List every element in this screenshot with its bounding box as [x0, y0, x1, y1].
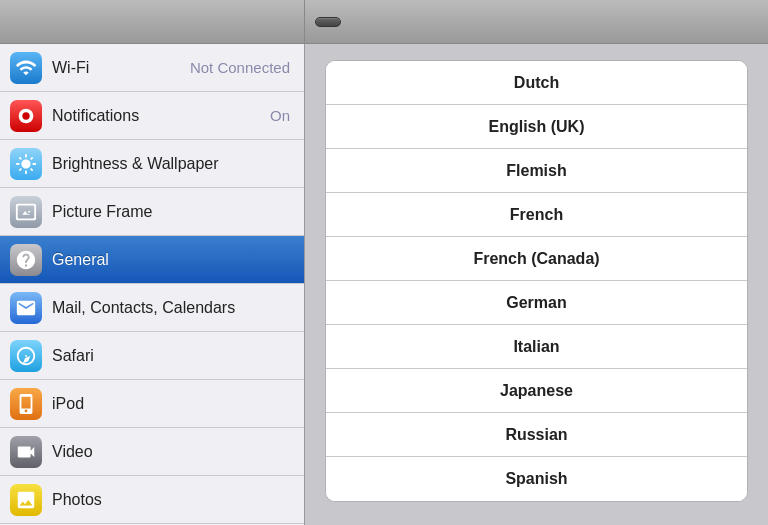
sidebar-label-notifications: Notifications	[52, 107, 270, 125]
keyboards-pill[interactable]	[315, 17, 341, 27]
sidebar-item-mail[interactable]: Mail, Contacts, Calendars	[0, 284, 304, 332]
brightness-icon	[10, 148, 42, 180]
sidebar-label-general: General	[52, 251, 294, 269]
nav-bar	[0, 0, 768, 44]
sidebar-item-video[interactable]: Video	[0, 428, 304, 476]
keyboard-item-label: Spanish	[505, 470, 567, 488]
nav-right	[305, 0, 768, 43]
wifi-icon	[10, 52, 42, 84]
svg-point-1	[22, 112, 29, 119]
sidebar-label-brightness: Brightness & Wallpaper	[52, 155, 294, 173]
notifications-icon	[10, 100, 42, 132]
sidebar-item-general[interactable]: General	[0, 236, 304, 284]
safari-icon	[10, 340, 42, 372]
sidebar: Wi-FiNot ConnectedNotificationsOnBrightn…	[0, 44, 305, 525]
mail-icon	[10, 292, 42, 324]
keyboard-list: DutchEnglish (UK)FlemishFrenchFrench (Ca…	[325, 60, 748, 502]
sidebar-item-ipod[interactable]: iPod	[0, 380, 304, 428]
sidebar-label-video: Video	[52, 443, 294, 461]
sidebar-label-photos: Photos	[52, 491, 294, 509]
keyboard-list-item[interactable]: French (Canada)	[326, 237, 747, 281]
nav-settings-title	[0, 0, 305, 43]
keyboard-list-item[interactable]: Spanish	[326, 457, 747, 501]
keyboard-list-item[interactable]: Japanese	[326, 369, 747, 413]
general-icon	[10, 244, 42, 276]
keyboard-list-item[interactable]: Dutch	[326, 61, 747, 105]
sidebar-label-wifi: Wi-Fi	[52, 59, 190, 77]
main-content: Wi-FiNot ConnectedNotificationsOnBrightn…	[0, 44, 768, 525]
keyboard-item-label: French (Canada)	[473, 250, 599, 268]
sidebar-status-notifications: On	[270, 107, 290, 124]
sidebar-label-mail: Mail, Contacts, Calendars	[52, 299, 294, 317]
right-panel: DutchEnglish (UK)FlemishFrenchFrench (Ca…	[305, 44, 768, 525]
photos-icon	[10, 484, 42, 516]
pictureframe-icon	[10, 196, 42, 228]
keyboard-item-label: Japanese	[500, 382, 573, 400]
sidebar-item-notifications[interactable]: NotificationsOn	[0, 92, 304, 140]
keyboard-list-item[interactable]: French	[326, 193, 747, 237]
keyboard-item-label: Russian	[505, 426, 567, 444]
keyboard-list-item[interactable]: Russian	[326, 413, 747, 457]
sidebar-label-pictureframe: Picture Frame	[52, 203, 294, 221]
video-icon	[10, 436, 42, 468]
sidebar-item-wifi[interactable]: Wi-FiNot Connected	[0, 44, 304, 92]
keyboard-list-item[interactable]: Flemish	[326, 149, 747, 193]
sidebar-item-pictureframe[interactable]: Picture Frame	[0, 188, 304, 236]
keyboard-list-item[interactable]: English (UK)	[326, 105, 747, 149]
ipod-icon	[10, 388, 42, 420]
sidebar-item-photos[interactable]: Photos	[0, 476, 304, 524]
keyboard-item-label: Dutch	[514, 74, 559, 92]
keyboard-item-label: English (UK)	[489, 118, 585, 136]
keyboard-item-label: Flemish	[506, 162, 566, 180]
keyboard-item-label: Italian	[513, 338, 559, 356]
keyboard-item-label: French	[510, 206, 563, 224]
sidebar-item-safari[interactable]: Safari	[0, 332, 304, 380]
sidebar-label-ipod: iPod	[52, 395, 294, 413]
keyboard-list-item[interactable]: Italian	[326, 325, 747, 369]
sidebar-item-brightness[interactable]: Brightness & Wallpaper	[0, 140, 304, 188]
keyboard-list-item[interactable]: German	[326, 281, 747, 325]
sidebar-status-wifi: Not Connected	[190, 59, 290, 76]
sidebar-label-safari: Safari	[52, 347, 294, 365]
keyboard-item-label: German	[506, 294, 566, 312]
